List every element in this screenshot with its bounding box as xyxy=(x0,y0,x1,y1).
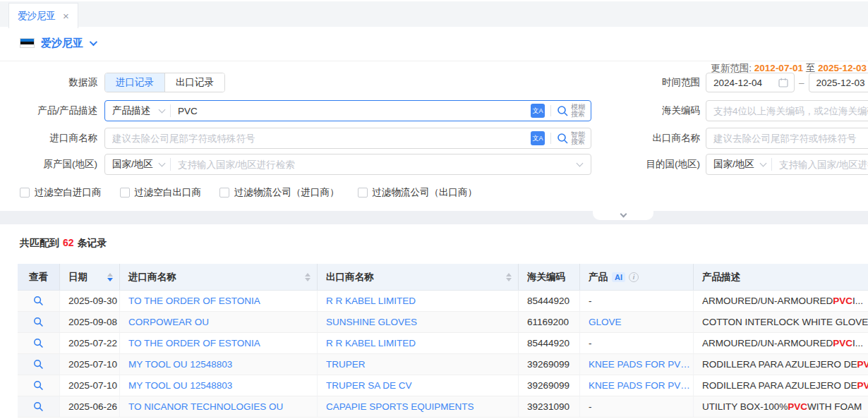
description-highlight: PVC xyxy=(857,380,868,391)
filter-checkbox-0[interactable]: 过滤空白进口商 xyxy=(20,186,102,199)
importer-cell: MY TOOL OU 12548803 xyxy=(120,354,318,375)
table-body: 2025-09-30TO THE ORDER OF ESTONIAR R KAB… xyxy=(18,291,868,418)
collapse-form-button[interactable] xyxy=(593,211,653,220)
destination-row: 目的国(地区) 国家/地区 xyxy=(621,154,868,175)
time-range-label: 时间范围 xyxy=(621,76,700,89)
checkbox-icon[interactable] xyxy=(20,188,30,198)
product-cell: - xyxy=(580,291,694,311)
hs-code-cell: 85444920 xyxy=(519,291,580,311)
sort-desc-icon[interactable] xyxy=(107,278,113,281)
filter-checkbox-3[interactable]: 过滤物流公司（出口商） xyxy=(358,186,478,199)
view-record-button[interactable] xyxy=(33,401,44,412)
date-start-input[interactable]: 2024-12-04 xyxy=(706,73,795,92)
product-type-select[interactable]: 产品描述 xyxy=(105,104,170,117)
chevron-down-icon xyxy=(620,211,627,218)
chevron-down-icon[interactable] xyxy=(90,38,97,46)
exporter-cell: SUNSHINE GLOVES xyxy=(318,312,519,332)
product-link[interactable]: KNEE PADS FOR PVC T... xyxy=(589,380,693,391)
product-link[interactable]: KNEE PADS FOR PVC T... xyxy=(589,359,693,370)
importer-input[interactable] xyxy=(105,129,531,147)
view-cell xyxy=(18,396,60,417)
filter-checkbox-2[interactable]: 过滤物流公司（进口商） xyxy=(219,186,339,199)
sort-control[interactable] xyxy=(506,273,512,281)
checkbox-label: 过滤空白出口商 xyxy=(135,186,202,199)
importer-link[interactable]: CORPOWEAR OU xyxy=(128,317,209,327)
exporter-label: 出口商名称 xyxy=(621,132,700,145)
view-record-button[interactable] xyxy=(33,296,44,306)
table-row: 2025-06-26TO NICANOR TECHNOLOGIES OUCAPA… xyxy=(18,396,868,418)
fuzzy-search-toggle[interactable]: 模糊 搜索 xyxy=(557,104,591,118)
view-magnifier-icon xyxy=(33,380,44,391)
description-text: ARMOURED/UN-ARMOURED xyxy=(702,338,833,348)
records-table: 查看日期进口商名称出口商名称海关编码产品AIi产品描述 2025-09-30TO… xyxy=(18,264,868,418)
view-record-button[interactable] xyxy=(33,359,44,370)
importer-link[interactable]: TO THE ORDER OF ESTONIA xyxy=(128,338,260,348)
filter-checkbox-1[interactable]: 过滤空白出口商 xyxy=(120,186,202,199)
exporter-link[interactable]: CAPAPIE SPORTS EQUIPMENTS xyxy=(326,401,474,412)
toggle-export-records[interactable]: 出口记录 xyxy=(164,73,224,92)
summary-count: 62 xyxy=(63,237,74,248)
chevron-down-icon xyxy=(159,107,166,114)
tab-close-icon[interactable]: × xyxy=(63,11,69,21)
importer-link[interactable]: TO NICANOR TECHNOLOGIES OU xyxy=(128,401,283,412)
destination-type-select[interactable]: 国家/地区 xyxy=(706,158,771,171)
country-header[interactable]: 爱沙尼亚 xyxy=(20,35,95,51)
view-record-button[interactable] xyxy=(33,317,44,327)
description-text: I... xyxy=(852,338,863,348)
column-header-2[interactable]: 进口商名称 xyxy=(120,264,318,290)
date-range-separator: – xyxy=(799,78,804,88)
exporter-link[interactable]: R R KABEL LIMITED xyxy=(326,338,416,348)
checkbox-icon[interactable] xyxy=(120,188,130,198)
product-cell: - xyxy=(580,333,694,353)
date-end-input[interactable]: 2025-12-03 xyxy=(809,73,868,92)
description-cell: RODILLERA PARA AZULEJERO DE PVC xyxy=(694,375,868,396)
checkbox-icon[interactable] xyxy=(358,188,368,198)
magnifier-icon xyxy=(557,133,569,145)
sort-desc-icon[interactable] xyxy=(305,278,311,281)
table-row: 2025-07-10MY TOOL OU 12548803TRUPER39269… xyxy=(18,354,868,375)
exporter-link[interactable]: TRUPER xyxy=(326,359,366,370)
sort-desc-icon[interactable] xyxy=(506,278,512,281)
exporter-cell: CAPAPIE SPORTS EQUIPMENTS xyxy=(318,396,519,417)
description-text: RODILLERA PARA AZULEJERO DE xyxy=(702,380,857,391)
column-header-3[interactable]: 出口商名称 xyxy=(318,264,519,290)
origin-type-select[interactable]: 国家/地区 xyxy=(105,158,170,171)
exporter-link[interactable]: TRUPER SA DE CV xyxy=(326,380,412,391)
sort-control[interactable] xyxy=(305,273,311,281)
column-header-1[interactable]: 日期 xyxy=(60,264,120,290)
translate-icon[interactable]: 文A xyxy=(531,104,545,118)
importer-label: 进口商名称 xyxy=(20,132,97,145)
sort-asc-icon[interactable] xyxy=(305,273,311,277)
sort-asc-icon[interactable] xyxy=(107,273,113,277)
datasource-row: 数据源 进口记录 出口记录 xyxy=(20,73,225,92)
product-link[interactable]: GLOVE xyxy=(589,317,622,327)
view-record-button[interactable] xyxy=(33,380,44,391)
sort-control[interactable] xyxy=(107,273,113,281)
toggle-import-records[interactable]: 进口记录 xyxy=(105,73,164,92)
importer-link[interactable]: MY TOOL OU 12548803 xyxy=(128,380,232,391)
info-icon[interactable]: i xyxy=(629,272,639,282)
destination-input[interactable] xyxy=(772,155,868,174)
description-cell: COTTON INTERLOCK WHITE GLOVES... xyxy=(694,312,868,332)
translate-icon[interactable]: 文A xyxy=(531,131,545,145)
product-empty: - xyxy=(589,338,592,348)
product-input[interactable] xyxy=(171,102,531,120)
sort-asc-icon[interactable] xyxy=(506,273,512,277)
exporter-link[interactable]: SUNSHINE GLOVES xyxy=(326,317,417,327)
checkbox-icon[interactable] xyxy=(219,188,229,198)
hs-code-input[interactable] xyxy=(706,106,868,116)
column-header-0: 查看 xyxy=(18,264,60,290)
importer-link[interactable]: TO THE ORDER OF ESTONIA xyxy=(128,296,260,306)
view-record-button[interactable] xyxy=(33,338,44,348)
chevron-down-icon[interactable] xyxy=(577,160,584,167)
smart-search-toggle[interactable]: 智能 搜索 xyxy=(557,131,591,145)
exporter-field xyxy=(706,128,868,149)
tab-estonia[interactable]: 爱沙尼亚 × xyxy=(8,3,78,28)
exporter-input[interactable] xyxy=(706,133,868,144)
origin-input[interactable] xyxy=(171,155,577,174)
update-range-label: 更新范围: xyxy=(711,63,752,73)
importer-link[interactable]: MY TOOL OU 12548803 xyxy=(128,359,232,370)
origin-row: 原产国(地区) 国家/地区 xyxy=(20,154,591,175)
date-cell: 2025-07-10 xyxy=(60,354,120,375)
exporter-link[interactable]: R R KABEL LIMITED xyxy=(326,296,416,306)
